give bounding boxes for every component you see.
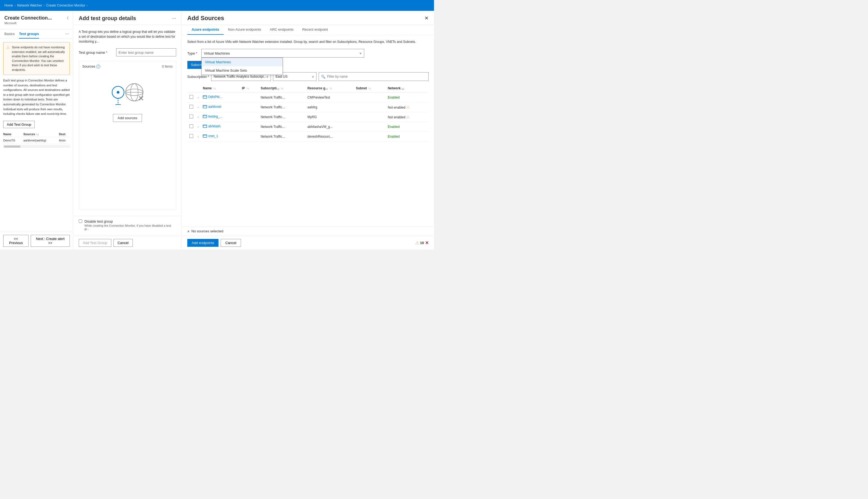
tab-azure-endpoints[interactable]: Azure endpoints <box>187 25 224 35</box>
row-checkbox[interactable] <box>189 95 193 99</box>
dropdown-option-vm[interactable]: Virtual Machines <box>202 58 283 66</box>
info-text: Each test group in Connection Monitor de… <box>3 78 70 117</box>
middle-panel-body: A Test group lets you define a logical g… <box>73 25 182 216</box>
row-dest: Anim <box>59 139 70 142</box>
row-ip <box>240 112 258 122</box>
th-expand <box>196 84 201 93</box>
tab-recent-endpoint[interactable]: Recent endpoint <box>298 25 332 35</box>
row-name-link[interactable]: aahilvnet <box>208 105 221 109</box>
row-subscription: Network Traffic... <box>258 93 305 102</box>
table-row[interactable]: › aahilvnet Network Traffic... aahilrg <box>187 102 429 112</box>
svg-point-12 <box>203 96 204 96</box>
row-expand-icon[interactable]: › <box>198 96 198 99</box>
cancel-button-middle[interactable]: Cancel <box>113 239 133 247</box>
middle-title: Add test group details <box>79 15 136 22</box>
top-bar: Home › Network Watcher › Create Connecti… <box>0 0 434 11</box>
filter-by-name-input[interactable] <box>327 75 426 78</box>
left-panel-tabs: Basics Test groups ··· <box>0 29 73 39</box>
row-checkbox[interactable] <box>189 114 193 118</box>
disable-test-group-checkbox[interactable] <box>79 219 82 223</box>
error-close-icon[interactable]: ✕ <box>425 240 429 245</box>
add-test-group-button-left[interactable]: Add Test Group <box>3 121 35 128</box>
scrollbar-thumb[interactable] <box>4 146 20 148</box>
horizontal-scrollbar[interactable] <box>3 145 70 148</box>
row-name: abhilash. <box>201 122 240 132</box>
breadcrumb-home[interactable]: Home <box>4 3 13 7</box>
row-subnet <box>354 93 385 102</box>
breadcrumb-create-connection-monitor[interactable]: Create Connection Monitor <box>46 3 85 7</box>
table-header: Name Sources ↑↓ Dest <box>3 131 70 137</box>
vm-icon-wrapper: testing_... <box>203 114 222 119</box>
row-ip <box>240 93 258 102</box>
disable-test-group-row: Disable test group While creating the Co… <box>79 219 176 231</box>
table-row[interactable]: › abhilash. Network Traffic... abhilash <box>187 122 429 132</box>
close-button[interactable]: ✕ <box>424 16 429 21</box>
add-test-group-button-middle[interactable]: Add Test Group <box>79 239 111 247</box>
type-row: Type * Virtual Machines ∨ Virtual Machin… <box>187 49 429 58</box>
tab-test-groups[interactable]: Test groups <box>19 32 39 38</box>
row-checkbox[interactable] <box>189 134 193 138</box>
row-checkbox-cell <box>187 102 196 112</box>
cancel-button-right[interactable]: Cancel <box>221 239 241 247</box>
tab-non-azure-endpoints[interactable]: Non-Azure endpoints <box>224 25 265 35</box>
tab-arc-endpoints[interactable]: ARC endpoints <box>265 25 298 35</box>
row-expand-icon[interactable]: › <box>198 106 198 109</box>
row-network: Enabled <box>386 93 429 102</box>
row-name-link[interactable]: abhilash. <box>208 124 221 128</box>
vm-icon-shape <box>203 124 207 129</box>
no-sources-label: No sources selected <box>191 229 223 233</box>
resource-sort-icon[interactable]: ↑↓ <box>329 87 332 90</box>
no-sources-row[interactable]: ∧ No sources selected <box>187 229 429 233</box>
test-group-name-input[interactable] <box>116 48 176 57</box>
chevron-up-icon: ∧ <box>187 229 190 233</box>
subnet-sort-icon[interactable]: ↑↓ <box>368 87 371 90</box>
row-expand-icon[interactable]: › <box>198 125 198 129</box>
row-name: DtlNPM... <box>201 93 240 102</box>
type-value: Virtual Machines <box>204 51 230 56</box>
row-checkbox[interactable] <box>189 105 193 109</box>
tab-basics[interactable]: Basics <box>4 32 15 38</box>
middle-description: A Test group lets you define a logical g… <box>79 29 176 44</box>
subscription-label: Subscription * <box>187 75 209 79</box>
type-dropdown-popup: Virtual Machines Virtual Machine Scale S… <box>201 58 283 75</box>
row-network: Enabled <box>386 132 429 142</box>
vm-icon-wrapper: DtlNPM... <box>203 95 222 99</box>
table-row[interactable]: › DtlNPM... Network Traffic... CMPrevie <box>187 93 429 102</box>
add-endpoints-button[interactable]: Add endpoints <box>187 239 219 247</box>
row-name-link[interactable]: testing_... <box>208 114 222 118</box>
tabs-row: Basics Test groups <box>4 32 39 38</box>
add-sources-button[interactable]: Add sources <box>113 114 142 122</box>
row-subscription: Network Traffic... <box>258 132 305 142</box>
ip-sort-icon[interactable]: ↑↓ <box>246 87 249 90</box>
th-network: Network ... <box>386 84 429 93</box>
previous-button[interactable]: << Previous <box>3 235 28 247</box>
row-name-link[interactable]: vnet_1 <box>208 134 218 138</box>
next-button[interactable]: Next : Create alert >> <box>31 235 70 247</box>
type-label: Type * <box>187 51 198 56</box>
dropdown-option-vmss[interactable]: Virtual Machine Scale Sets <box>202 66 283 75</box>
name-sort-icon[interactable]: ↑↓ <box>213 87 216 90</box>
subscription-sort-icon[interactable]: ↑↓ <box>281 87 283 90</box>
table-row[interactable]: DemoTG aahilvnet(aahilrg) Anim <box>3 137 70 144</box>
th-subnet: Subnet ↑↓ <box>354 84 385 93</box>
row-expand-icon[interactable]: › <box>198 135 198 138</box>
row-resource-group: abhilashaVM_g... <box>305 122 354 132</box>
row-checkbox[interactable] <box>189 124 193 128</box>
row-name-link[interactable]: DtlNPM... <box>208 95 222 99</box>
middle-bottom: Disable test group While creating the Co… <box>73 216 182 236</box>
middle-more-icon[interactable]: ··· <box>172 15 176 21</box>
disable-test-group-label: Disable test group <box>84 219 176 223</box>
filter-by-name-input-wrapper[interactable]: 🔍 <box>319 72 429 81</box>
test-group-name-row: Test group name * <box>79 48 176 57</box>
table-row[interactable]: › vnet_1 Network Traffic... deveshResou <box>187 132 429 142</box>
type-dropdown[interactable]: Virtual Machines ∨ <box>201 49 364 58</box>
row-expand-cell: › <box>196 132 201 142</box>
endpoints-tbody: › DtlNPM... Network Traffic... CMPrevie <box>187 93 429 142</box>
row-network-status: Enabled <box>388 96 400 99</box>
sources-info-icon: i <box>96 65 100 69</box>
collapse-icon[interactable]: 《 <box>65 16 69 21</box>
more-options-icon[interactable]: ··· <box>65 32 69 38</box>
row-expand-icon[interactable]: › <box>198 115 198 119</box>
table-row[interactable]: › testing_... Network Traffic... MyRG <box>187 112 429 122</box>
breadcrumb-network-watcher[interactable]: Network Watcher <box>17 3 42 7</box>
